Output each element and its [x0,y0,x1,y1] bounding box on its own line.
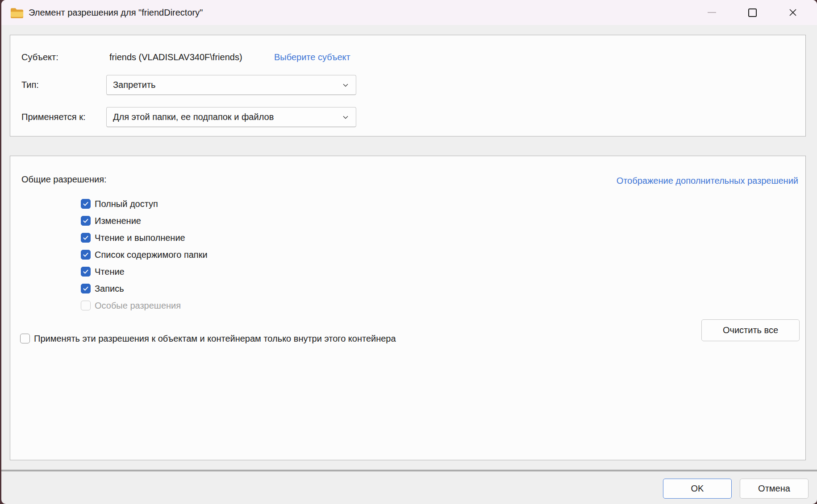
subject-label: Субъект: [21,52,58,62]
subject-value: friends (VLADISLAV340F\friends) [109,52,242,62]
footer-divider [1,470,817,471]
show-advanced-permissions-link[interactable]: Отображение дополнительных разрешений [617,176,798,186]
titlebar: Элемент разрешения для "friendDirectory" [1,0,817,25]
close-icon [788,8,797,17]
window-title: Элемент разрешения для "friendDirectory" [29,8,203,18]
cancel-button[interactable]: Отмена [740,479,809,499]
checkbox-icon[interactable] [81,250,91,260]
apply-only-label: Применять эти разрешения к объектам и ко… [34,334,396,344]
type-label: Тип: [21,80,39,90]
checkbox-icon[interactable] [81,233,91,243]
permissions-panel: Общие разрешения: Отображение дополнител… [10,156,806,460]
permission-label: Изменение [95,216,141,226]
checkbox-icon[interactable] [81,199,91,209]
minimize-button [698,4,725,21]
permissions-list: Полный доступ Изменение Чтение и выполне… [81,195,208,314]
apply-only-checkbox-row[interactable]: Применять эти разрешения к объектам и ко… [20,330,396,347]
minimize-icon [708,12,716,13]
checkbox-icon[interactable] [81,216,91,226]
maximize-button[interactable] [739,4,766,21]
checkbox-icon [81,301,91,310]
permission-label: Полный доступ [95,199,158,209]
permission-row-read[interactable]: Чтение [81,263,208,280]
permission-row-full-control[interactable]: Полный доступ [81,195,208,212]
permission-row-read-execute[interactable]: Чтение и выполнение [81,229,208,246]
checkbox-icon[interactable] [81,284,91,293]
applies-to-label: Применяется к: [21,112,86,122]
type-dropdown-value: Запретить [107,80,342,90]
permission-label: Список содержимого папки [95,250,208,260]
permission-label: Особые разрешения [95,301,181,311]
folder-icon [10,7,24,18]
checkbox-icon[interactable] [20,334,30,343]
type-dropdown[interactable]: Запретить [106,75,356,95]
permission-row-modify[interactable]: Изменение [81,212,208,229]
checkbox-icon[interactable] [81,267,91,277]
clear-all-button[interactable]: Очистить все [701,319,800,341]
close-button[interactable] [779,4,806,21]
chevron-down-icon [342,82,349,89]
ok-button[interactable]: OK [663,479,732,499]
select-subject-link[interactable]: Выберите субъект [274,52,350,62]
permission-row-write[interactable]: Запись [81,280,208,297]
chevron-down-icon [342,114,349,121]
permission-label: Запись [95,284,124,294]
permission-entry-dialog: Элемент разрешения для "friendDirectory"… [1,0,817,504]
principal-panel: Субъект: friends (VLADISLAV340F\friends)… [10,35,806,136]
applies-to-dropdown-value: Для этой папки, ее подпапок и файлов [107,112,342,122]
permission-label: Чтение и выполнение [95,233,185,243]
maximize-icon [748,8,757,17]
permission-label: Чтение [95,267,125,277]
basic-permissions-label: Общие разрешения: [21,174,107,185]
applies-to-dropdown[interactable]: Для этой папки, ее подпапок и файлов [106,107,356,127]
permission-row-special: Особые разрешения [81,297,208,314]
permission-row-list-folder[interactable]: Список содержимого папки [81,246,208,263]
